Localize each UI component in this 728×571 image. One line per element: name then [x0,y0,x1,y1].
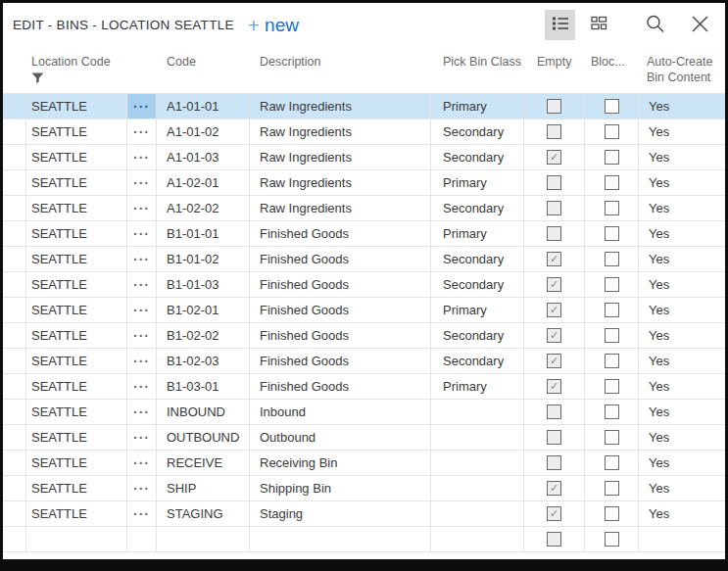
cell-description[interactable]: Finished Goods [250,272,431,297]
cell-description[interactable]: Shipping Bin [250,476,431,500]
row-options-button[interactable]: ··· [127,196,157,220]
blocked-checkbox[interactable] [605,379,619,394]
table-row[interactable]: SEATTLE···B1-02-02Finished GoodsSecondar… [3,323,725,349]
header-location-code[interactable]: Location Code [26,47,127,93]
empty-checkbox[interactable] [547,124,561,139]
row-indicator[interactable] [3,298,26,322]
blocked-checkbox[interactable] [605,201,619,215]
row-options-button[interactable]: ··· [127,94,157,119]
row-options-button[interactable]: ··· [127,145,157,169]
cell-pick-bin-class[interactable]: Secondary [431,349,524,373]
blocked-checkbox[interactable] [605,150,619,165]
empty-checkbox[interactable]: ✓ [547,354,561,368]
cell-pick-bin-class[interactable]: Primary [431,298,524,322]
table-row[interactable]: SEATTLE···A1-01-01Raw IngredientsPrimary… [3,94,725,119]
cell-location-code[interactable]: SEATTLE [26,94,127,119]
row-options-button[interactable]: ··· [127,349,157,373]
empty-checkbox[interactable]: ✓ [547,150,561,165]
empty-checkbox[interactable] [547,455,561,470]
cell-description[interactable]: Finished Goods [250,221,431,246]
cell-bin-code[interactable]: SHIP [157,476,250,500]
cell-location-code[interactable]: SEATTLE [26,247,127,271]
table-row[interactable]: SEATTLE···INBOUNDInboundYes [3,400,725,425]
row-options-button[interactable]: ··· [127,476,157,500]
blocked-checkbox[interactable] [605,430,619,445]
cell-bin-code[interactable]: OUTBOUND [157,425,250,450]
cell-description[interactable]: Finished Goods [250,323,431,348]
cell-description[interactable] [250,527,431,551]
row-indicator[interactable] [3,476,26,500]
cell-description[interactable]: Outbound [250,425,431,450]
cell-description[interactable]: Finished Goods [250,298,431,322]
row-indicator[interactable] [3,374,26,399]
cell-bin-code[interactable]: A1-01-03 [157,145,250,169]
table-row[interactable]: SEATTLE···B1-01-02Finished GoodsSecondar… [3,247,725,272]
cell-location-code[interactable]: SEATTLE [26,196,127,220]
cell-location-code[interactable]: SEATTLE [26,425,127,450]
empty-checkbox[interactable] [547,99,561,114]
cell-pick-bin-class[interactable]: Secondary [431,145,524,169]
cell-location-code[interactable]: SEATTLE [26,272,127,297]
row-options-button[interactable]: ··· [127,374,157,399]
table-row[interactable]: SEATTLE···B1-02-03Finished GoodsSecondar… [3,349,725,374]
row-indicator[interactable] [3,221,26,246]
cell-pick-bin-class[interactable]: Secondary [431,272,524,297]
blocked-checkbox[interactable] [605,404,619,419]
cell-pick-bin-class[interactable] [431,425,524,450]
empty-checkbox[interactable]: ✓ [547,328,561,343]
cell-description[interactable]: Raw Ingredients [250,196,431,220]
empty-checkbox[interactable] [547,226,561,241]
row-indicator[interactable] [3,400,26,424]
cell-description[interactable]: Staging [250,501,431,526]
table-row[interactable]: SEATTLE···B1-01-01Finished GoodsPrimaryY… [3,221,725,247]
cell-auto-create-bin-content[interactable]: Yes [639,170,725,195]
cell-description[interactable]: Receiving Bin [250,451,431,475]
cell-auto-create-bin-content[interactable]: Yes [639,476,725,500]
blocked-checkbox[interactable] [605,252,619,266]
blocked-checkbox[interactable] [605,481,619,496]
cell-location-code[interactable]: SEATTLE [26,400,127,424]
cell-auto-create-bin-content[interactable]: Yes [639,145,725,169]
row-options-button[interactable]: ··· [127,501,157,526]
row-options-button[interactable]: ··· [127,400,157,424]
table-row[interactable]: SEATTLE···B1-03-01Finished GoodsPrimary✓… [3,374,725,400]
cell-description[interactable]: Inbound [250,400,431,424]
new-button[interactable]: + new [248,15,299,35]
empty-checkbox[interactable] [547,532,561,547]
cell-pick-bin-class[interactable]: Primary [431,170,524,195]
cell-location-code[interactable]: SEATTLE [26,145,127,169]
row-indicator[interactable] [3,451,26,475]
row-indicator[interactable] [3,247,26,271]
blocked-checkbox[interactable] [605,328,619,343]
cell-pick-bin-class[interactable] [431,400,524,424]
row-indicator[interactable] [3,94,26,119]
blocked-checkbox[interactable] [605,455,619,470]
cell-pick-bin-class[interactable]: Secondary [431,196,524,220]
cell-auto-create-bin-content[interactable]: Yes [639,247,725,271]
cell-description[interactable]: Raw Ingredients [250,145,431,169]
cell-location-code[interactable] [26,527,127,551]
cell-auto-create-bin-content[interactable]: Yes [639,196,725,220]
table-row[interactable]: SEATTLE···A1-01-02Raw IngredientsSeconda… [3,119,725,145]
blocked-checkbox[interactable] [605,532,619,547]
header-pick-bin-class[interactable]: Pick Bin Class [431,47,524,93]
cell-description[interactable]: Finished Goods [250,374,431,399]
row-options-button[interactable]: ··· [127,425,157,450]
cell-auto-create-bin-content[interactable] [639,527,725,551]
table-row[interactable]: SEATTLE···A1-02-02Raw IngredientsSeconda… [3,196,725,221]
row-options-button[interactable]: ··· [127,221,157,246]
empty-checkbox[interactable]: ✓ [547,252,561,266]
table-row[interactable]: SEATTLE···B1-02-01Finished GoodsPrimary✓… [3,298,725,323]
empty-checkbox[interactable]: ✓ [547,277,561,292]
cell-location-code[interactable]: SEATTLE [26,349,127,373]
cell-auto-create-bin-content[interactable]: Yes [639,451,725,475]
close-button[interactable] [685,10,715,40]
cell-bin-code[interactable]: B1-01-03 [157,272,250,297]
cell-location-code[interactable]: SEATTLE [26,323,127,348]
row-indicator[interactable] [3,272,26,297]
row-indicator[interactable] [3,527,26,551]
empty-checkbox[interactable] [547,201,561,215]
cell-bin-code[interactable]: A1-01-01 [157,94,250,119]
search-button[interactable] [640,10,670,40]
cell-description[interactable]: Finished Goods [250,349,431,373]
